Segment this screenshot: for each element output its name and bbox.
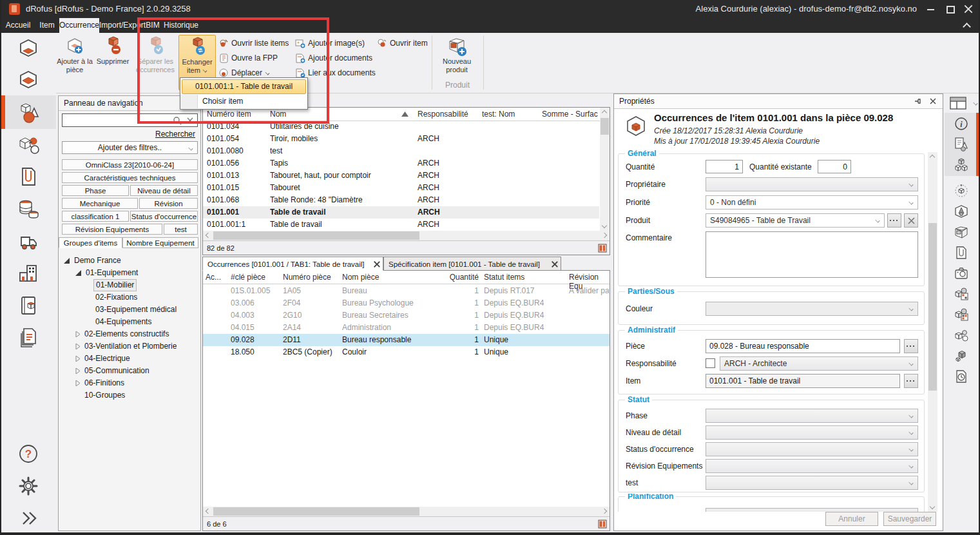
collapsed-icon[interactable]	[75, 368, 81, 374]
open-item-list-button[interactable]: Ouvrir liste items	[219, 37, 289, 50]
maximize-button[interactable]	[941, 0, 959, 18]
room-input[interactable]: 09.028 - Bureau responsable	[706, 339, 900, 353]
item-row[interactable]: 0101.0080test	[203, 145, 599, 157]
collapsed-icon[interactable]	[75, 356, 81, 362]
vscroll-thumb[interactable]	[600, 118, 609, 135]
responsibility-checkbox[interactable]	[706, 358, 715, 368]
item-row[interactable]: 0101.056TapisARCH	[203, 157, 599, 170]
item-table-vscrollbar[interactable]	[600, 108, 610, 231]
filter-mechanique[interactable]: Mechanique	[62, 198, 138, 209]
filter-phase[interactable]: Phase	[62, 185, 129, 196]
scroll-down-icon[interactable]	[930, 505, 935, 510]
item-row[interactable]: 0101.054Tiroir, mobilesARCH	[203, 133, 599, 145]
tree-item-03-equipement-medical[interactable]: 03-Equipement médical	[59, 304, 200, 316]
item-row[interactable]: 0101.034Utilitaires de cuisine	[203, 121, 599, 133]
filter-test[interactable]: test	[164, 224, 198, 235]
tab-accueil[interactable]: Accueil	[1, 18, 35, 33]
search-link[interactable]: Rechercher	[155, 130, 195, 139]
tree-item-10-groupes[interactable]: 10-Groupes	[59, 389, 200, 402]
occurrence-row[interactable]: 01S.01.0051A05Bureau1Depuis RT.017A vali…	[203, 285, 610, 297]
search-input[interactable]	[62, 113, 198, 127]
reports-icon[interactable]	[16, 326, 41, 350]
buildings-icon[interactable]	[16, 261, 41, 286]
close-panel-icon[interactable]	[930, 98, 936, 104]
room-browse-button[interactable]	[904, 339, 918, 353]
color-dropdown[interactable]	[706, 302, 918, 316]
tab-historique[interactable]: Historique	[162, 18, 200, 33]
pin-icon[interactable]	[914, 97, 922, 105]
item-specification-tab-icon[interactable]	[954, 137, 968, 151]
documents-icon[interactable]	[16, 164, 41, 189]
detail-level-dropdown[interactable]	[706, 425, 918, 440]
help-icon[interactable]: ?	[16, 442, 41, 466]
equipment-revision-dropdown[interactable]	[706, 459, 918, 473]
rooms-icon[interactable]	[16, 36, 41, 61]
occurrence-row[interactable]: 18.0502BC5 (Copier)Couloir1Unique	[203, 346, 610, 358]
scroll-left-icon[interactable]	[205, 233, 210, 238]
occurrence-status-dropdown[interactable]	[706, 442, 918, 456]
occurrences-icon[interactable]	[16, 133, 41, 157]
settings-icon[interactable]	[16, 474, 41, 498]
scroll-up-icon[interactable]	[930, 154, 935, 159]
item-table-hscrollbar[interactable]	[203, 231, 610, 240]
minimize-button[interactable]	[922, 0, 940, 18]
clear-search-icon[interactable]	[186, 117, 194, 124]
tree-item-04-equipements[interactable]: 04-Equipements	[59, 316, 200, 328]
product-combo[interactable]: S49084965 - Table de Travail	[706, 213, 885, 228]
finance-icon[interactable]	[16, 197, 41, 221]
collapsed-icon[interactable]	[75, 331, 81, 337]
column-somme-surface[interactable]: Somme - Surfac	[542, 110, 598, 119]
scroll-right-icon[interactable]	[602, 233, 608, 238]
open-fpp-button[interactable]: Ouvre la FPP	[219, 52, 278, 64]
filter-classification[interactable]: classification 1	[62, 211, 129, 222]
add-filters-dropdown[interactable]: Ajouter des filtres..	[62, 141, 198, 154]
quantity-input[interactable]: 1	[706, 160, 743, 173]
filter-revision[interactable]: Révision	[139, 198, 198, 209]
item-row[interactable]: 0101.013Tabouret, haut, pour comptoirARC…	[203, 170, 599, 182]
column-nom[interactable]: Nom	[270, 110, 286, 119]
tab-occurrences[interactable]: Occurrences	[59, 18, 99, 33]
images-tab-icon[interactable]	[954, 266, 968, 280]
cube-links-tab-icon[interactable]	[954, 328, 968, 342]
hscroll-thumb[interactable]	[213, 507, 419, 516]
column-quantite[interactable]: Quantité	[448, 273, 479, 282]
add-to-room-button[interactable]: Ajouter à la pièce	[57, 35, 93, 89]
expand-sidebar-icon[interactable]	[16, 506, 41, 530]
tab-import-export[interactable]: Import/Export	[99, 18, 143, 33]
column-actions[interactable]: Ac...	[206, 273, 221, 282]
close-tab-icon[interactable]	[552, 261, 557, 267]
close-button[interactable]	[959, 0, 977, 18]
scroll-down-icon[interactable]	[602, 224, 607, 229]
tab-bim[interactable]: BIM	[143, 18, 162, 33]
column-chooser-icon[interactable]	[598, 520, 607, 529]
exchange-menu-item-choose[interactable]: Choisir item	[180, 95, 307, 108]
item-row[interactable]: 0101.015TabouretARCH	[203, 182, 599, 194]
collapsed-icon[interactable]	[75, 344, 81, 349]
info-tab-icon[interactable]: i	[954, 117, 968, 131]
occurrence-row[interactable]: 04.0152A14Administration1Depuis EQ.BUR4	[203, 322, 610, 334]
items-icon[interactable]	[16, 100, 41, 124]
occurrences-hscrollbar[interactable]	[203, 507, 610, 516]
scroll-left-icon[interactable]	[205, 509, 210, 514]
priority-dropdown[interactable]: 0 - Non défini	[706, 195, 918, 209]
filter-omniclass[interactable]: OmniClass 23[2010-06-24]	[62, 159, 198, 170]
collapsed-icon[interactable]	[75, 380, 81, 386]
logistics-icon[interactable]	[16, 229, 41, 253]
filter-caracteristiques[interactable]: Caractéristiques techniques	[62, 172, 198, 183]
item-row[interactable]: 0101.001:1Table de travailARCH	[203, 219, 599, 231]
tab-groupes-items[interactable]: Groupes d'items	[59, 237, 122, 248]
filter-status-occurrence[interactable]: Status d'occurrence	[130, 211, 198, 222]
tree-item-02-elements-constructifs[interactable]: 02-Elements constructifs	[59, 328, 200, 340]
add-documents-button[interactable]: Ajouter documents	[295, 52, 372, 64]
product-tab-icon[interactable]	[954, 225, 968, 239]
column-numero-item[interactable]: Numéro item	[207, 110, 251, 119]
product-browse-button[interactable]	[887, 213, 901, 228]
column-numero-piece[interactable]: Numéro pièce	[283, 273, 331, 282]
column-statut-items[interactable]: Statut items	[484, 273, 524, 282]
room-data-icon[interactable]	[16, 68, 41, 92]
filter-revision-equipements[interactable]: Révision Equipements	[62, 224, 162, 235]
occurrences-tab-icon[interactable]	[954, 158, 968, 172]
cube-cone-tab-icon[interactable]	[954, 204, 968, 219]
filter-niveau-detail[interactable]: Niveau de détail	[130, 185, 198, 196]
tree-item-01-equipement[interactable]: 01-Equipement	[59, 267, 200, 279]
